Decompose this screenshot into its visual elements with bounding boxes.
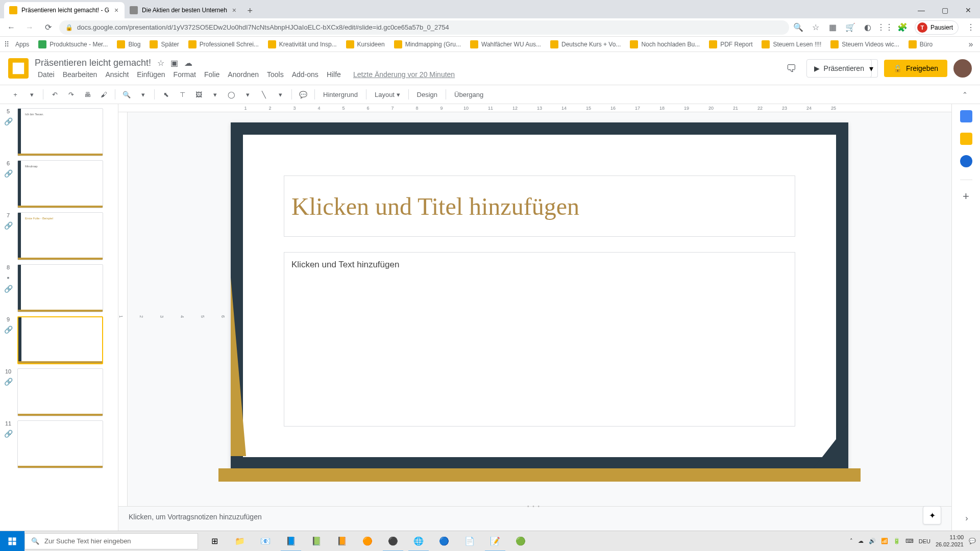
zoom-button[interactable]: 🔍	[119, 87, 134, 102]
onedrive-icon[interactable]: ☁	[858, 538, 864, 544]
menu-help[interactable]: Hilfe	[324, 69, 344, 80]
current-slide[interactable]: Klicken und Titel hinzufügen Klicken und…	[231, 122, 848, 469]
bookmark-item[interactable]: Deutsche Kurs + Vo...	[550, 40, 621, 48]
present-button[interactable]: ▶ Präsentieren	[806, 59, 872, 78]
slide-thumbnail[interactable]	[17, 264, 103, 312]
powerpoint-icon[interactable]: 📙	[330, 531, 354, 552]
minimize-button[interactable]: —	[910, 2, 933, 18]
speaker-notes[interactable]: • • • Klicken, um Vortragsnotizen hinzuz…	[118, 506, 951, 531]
network-icon[interactable]: 📶	[881, 538, 888, 544]
comment-tool[interactable]: 💬	[296, 87, 310, 102]
slide-thumbnail-selected[interactable]	[17, 316, 103, 364]
transition-button[interactable]: Übergang	[450, 91, 487, 98]
slide-thumbnail[interactable]	[17, 368, 103, 416]
tray-chevron-icon[interactable]: ˄	[850, 538, 853, 544]
app-icon[interactable]: 🟠	[355, 531, 380, 552]
menu-file[interactable]: Datei	[35, 69, 58, 80]
comment-indicator-icon[interactable]: 🔗	[4, 169, 13, 178]
account-avatar[interactable]	[953, 59, 972, 78]
bookmark-item[interactable]: Blog	[117, 40, 140, 48]
comment-indicator-icon[interactable]: 🔗	[4, 430, 13, 438]
back-button[interactable]: ←	[4, 20, 18, 35]
bookmark-item[interactable]: Kursideen	[346, 40, 385, 48]
volume-icon[interactable]: 🔊	[869, 538, 876, 544]
image-tool[interactable]: 🖼	[191, 87, 206, 102]
comment-indicator-icon[interactable]: 🔗	[4, 285, 13, 293]
share-button[interactable]: 🔒 Freigeben	[884, 60, 947, 77]
keyboard-icon[interactable]: ⌨	[905, 538, 914, 544]
new-tab-button[interactable]: +	[242, 3, 258, 18]
last-edit-link[interactable]: Letzte Änderung vor 20 Minuten	[350, 69, 458, 80]
bookmark-item[interactable]: Steuern Lesen !!!!	[762, 40, 821, 48]
zoom-dropdown[interactable]: ▾	[136, 87, 150, 102]
menu-edit[interactable]: Bearbeiten	[60, 69, 101, 80]
title-placeholder[interactable]: Klicken und Titel hinzufügen	[284, 176, 795, 237]
menu-addons[interactable]: Add-ons	[289, 69, 322, 80]
slide-thumbnail[interactable]: Mindmap	[17, 160, 103, 208]
collapse-toolbar-icon[interactable]: ⌃	[958, 87, 972, 102]
add-addon-icon[interactable]: +	[960, 190, 972, 203]
layout-button[interactable]: Layout ▾	[371, 91, 404, 98]
extension-icon[interactable]: ⋮⋮	[880, 22, 890, 33]
forward-button[interactable]: →	[22, 20, 37, 35]
cloud-icon[interactable]: ☁	[184, 58, 192, 68]
battery-icon[interactable]: 🔋	[893, 538, 900, 544]
print-button[interactable]: 🖶	[80, 87, 94, 102]
document-title[interactable]: Präsentieren leicht gemacht!	[35, 58, 151, 68]
star-icon[interactable]: ☆	[157, 58, 164, 68]
bookmark-item[interactable]: Kreativität und Insp...	[268, 40, 337, 48]
start-button[interactable]	[0, 531, 24, 552]
textbox-tool[interactable]: ⊤	[175, 87, 189, 102]
notes-resize-handle[interactable]: • • •	[527, 504, 543, 509]
paint-format-button[interactable]: 🖌	[96, 87, 111, 102]
excel-icon[interactable]: 📗	[304, 531, 329, 552]
slides-logo[interactable]	[8, 58, 29, 79]
slide-canvas[interactable]: Klicken und Titel hinzufügen Klicken und…	[128, 112, 951, 506]
file-explorer-icon[interactable]: 📁	[228, 531, 252, 552]
bookmark-item[interactable]: Büro	[909, 40, 933, 48]
shape-dropdown[interactable]: ▾	[240, 87, 255, 102]
undo-button[interactable]: ↶	[47, 87, 62, 102]
reload-button[interactable]: ⟳	[41, 20, 55, 35]
mail-icon[interactable]: 📧	[253, 531, 278, 552]
comment-indicator-icon[interactable]: 🔗	[4, 221, 13, 230]
task-view-icon[interactable]: ⊞	[202, 531, 227, 552]
bookmark-star-icon[interactable]: ☆	[811, 22, 821, 33]
bookmark-item[interactable]: Noch hochladen Bu...	[630, 40, 700, 48]
move-icon[interactable]: ▣	[170, 58, 178, 68]
chrome-menu-icon[interactable]: ⋮	[966, 22, 976, 33]
explore-button[interactable]: ✦	[923, 506, 941, 524]
background-button[interactable]: Hintergrund	[319, 91, 362, 98]
menu-view[interactable]: Ansicht	[102, 69, 132, 80]
close-icon[interactable]: ×	[113, 7, 119, 13]
address-bar[interactable]: 🔒 docs.google.com/presentation/d/1yV372S…	[59, 20, 789, 35]
bookmark-item[interactable]: PDF Report	[709, 40, 752, 48]
slide-indicator-icon[interactable]: ▪	[7, 273, 10, 282]
menu-insert[interactable]: Einfügen	[134, 69, 168, 80]
notifications-icon[interactable]: 💬	[969, 538, 976, 544]
slide-thumbnail[interactable]: Ich bin Texan.	[17, 108, 103, 156]
extensions-puzzle-icon[interactable]: 🧩	[897, 22, 908, 33]
design-button[interactable]: Design	[413, 91, 442, 98]
menu-tools[interactable]: Tools	[264, 69, 287, 80]
calendar-icon[interactable]	[960, 110, 972, 122]
select-tool[interactable]: ⬉	[159, 87, 173, 102]
notepad-icon[interactable]: 📝	[483, 531, 507, 552]
body-placeholder[interactable]: Klicken und Text hinzufügen	[284, 252, 795, 427]
maximize-button[interactable]: ▢	[933, 2, 957, 18]
bookmark-item[interactable]: Steuern Videos wic...	[830, 40, 899, 48]
thumbnail-panel[interactable]: 5🔗Ich bin Texan. 6🔗Mindmap 7🔗Erste Folie…	[0, 104, 118, 531]
profile-pause-badge[interactable]: T Pausiert	[915, 20, 959, 35]
chrome-icon[interactable]: 🌐	[406, 531, 431, 552]
language-indicator[interactable]: DEU	[919, 538, 930, 544]
bookmark-item[interactable]: Mindmapping (Gru...	[394, 40, 461, 48]
slide-thumbnail[interactable]: Erste Folie - Beispiel	[17, 212, 103, 260]
image-dropdown[interactable]: ▾	[208, 87, 222, 102]
bookmark-item[interactable]: Wahlfächer WU Aus...	[470, 40, 541, 48]
menu-slide[interactable]: Folie	[201, 69, 223, 80]
bookmark-item[interactable]: Später	[150, 40, 179, 48]
extension-icon[interactable]: 🛒	[845, 22, 855, 33]
browser-tab-inactive[interactable]: Die Aktien der besten Unterneh ×	[125, 2, 242, 18]
menu-format[interactable]: Format	[170, 69, 199, 80]
comment-indicator-icon[interactable]: 🔗	[4, 117, 13, 126]
